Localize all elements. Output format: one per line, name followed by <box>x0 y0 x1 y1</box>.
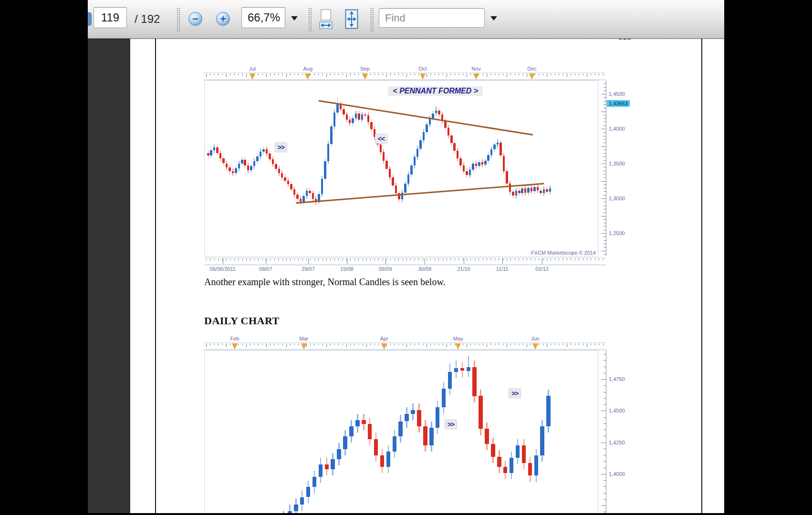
tick <box>587 343 587 347</box>
tick <box>383 258 383 260</box>
month-marker-icon <box>381 343 387 350</box>
tick <box>575 258 575 260</box>
price-label: 1,4000 <box>609 471 625 477</box>
tick <box>539 73 539 75</box>
tick <box>326 343 327 347</box>
candle <box>429 428 434 445</box>
candle <box>442 389 446 408</box>
tick <box>571 258 571 260</box>
top-axis-ruler <box>204 72 606 80</box>
tick <box>423 343 423 345</box>
tick <box>604 499 606 500</box>
candle <box>337 449 341 459</box>
clipped-nav-icon[interactable] <box>88 12 92 26</box>
tick <box>370 258 371 260</box>
tick <box>527 73 527 77</box>
month-label: Nov <box>471 66 481 72</box>
tick <box>604 367 606 367</box>
tick <box>354 73 355 75</box>
zoom-dropdown-arrow-icon[interactable] <box>291 16 298 21</box>
price-label: 1,4500 <box>609 91 625 97</box>
tick <box>398 343 399 345</box>
page-frame-right <box>701 38 702 513</box>
tick <box>366 343 367 347</box>
toolbar-separator <box>177 8 180 31</box>
zoom-out-button[interactable]: − <box>188 12 202 26</box>
tick <box>604 177 606 178</box>
tick <box>551 343 551 345</box>
tick <box>290 258 291 260</box>
tick <box>415 73 415 75</box>
find-dropdown-arrow-icon[interactable] <box>490 16 497 21</box>
tick <box>326 258 327 260</box>
tick <box>234 258 235 260</box>
tick <box>262 258 263 260</box>
tick <box>415 258 415 260</box>
page-number-input[interactable] <box>94 7 127 28</box>
tick <box>604 191 606 192</box>
tick <box>358 258 359 260</box>
tick <box>350 258 351 260</box>
tick <box>543 73 543 75</box>
tick <box>543 343 543 345</box>
tick <box>507 343 507 347</box>
tick <box>306 258 307 260</box>
tick <box>604 167 606 167</box>
tick <box>604 512 606 512</box>
tick <box>323 343 323 345</box>
tick <box>447 258 447 260</box>
tick <box>278 343 279 345</box>
tick <box>523 73 523 75</box>
tick <box>214 258 215 260</box>
tick <box>406 73 407 77</box>
tick <box>499 73 499 75</box>
tick <box>310 258 311 260</box>
date-label: 08/07 <box>259 266 272 272</box>
tick <box>383 73 383 75</box>
price-scale: 1,45001,436631,40001,35001,30001,2500 <box>598 80 656 256</box>
price-axis-line <box>606 80 606 256</box>
tick <box>450 73 451 75</box>
tick <box>418 73 419 75</box>
find-input[interactable] <box>379 8 485 28</box>
tick <box>395 343 395 345</box>
candle <box>294 505 298 511</box>
tick <box>467 73 467 77</box>
daily-chart: FebMarAprMayJun>>>>1,47501,45001,42501,4… <box>204 336 662 513</box>
tick <box>604 136 606 136</box>
month-marker-icon <box>420 73 426 80</box>
tick <box>601 216 606 216</box>
tick <box>595 258 595 260</box>
tick <box>604 91 606 91</box>
tick <box>604 373 606 373</box>
tick <box>604 240 606 241</box>
zoom-level-box[interactable]: 66,7% <box>241 7 285 28</box>
tick <box>338 343 339 345</box>
document-page: 119 JulAugSepOctNovDec>><<< PENNANT FORM… <box>130 38 724 513</box>
tick <box>330 343 331 345</box>
tick <box>410 258 411 260</box>
tick <box>601 505 606 506</box>
tick <box>310 343 311 345</box>
tick <box>579 73 579 75</box>
month-marker-icon <box>305 73 311 80</box>
tick <box>479 343 479 345</box>
tick <box>214 343 215 345</box>
tick <box>604 237 606 237</box>
tick <box>234 73 235 75</box>
tick <box>555 343 555 345</box>
tick <box>601 146 606 147</box>
trendline <box>296 184 544 203</box>
zoom-in-button[interactable]: + <box>216 12 230 26</box>
tick <box>595 73 595 75</box>
tick <box>555 258 555 260</box>
fit-page-button[interactable] <box>342 6 362 32</box>
tick <box>601 233 606 234</box>
month-marker-icon <box>532 343 538 350</box>
tick <box>527 343 527 347</box>
tick <box>390 343 391 345</box>
fit-width-button[interactable] <box>316 6 336 32</box>
tick <box>575 343 575 345</box>
tick <box>604 188 606 188</box>
tick <box>604 223 606 223</box>
